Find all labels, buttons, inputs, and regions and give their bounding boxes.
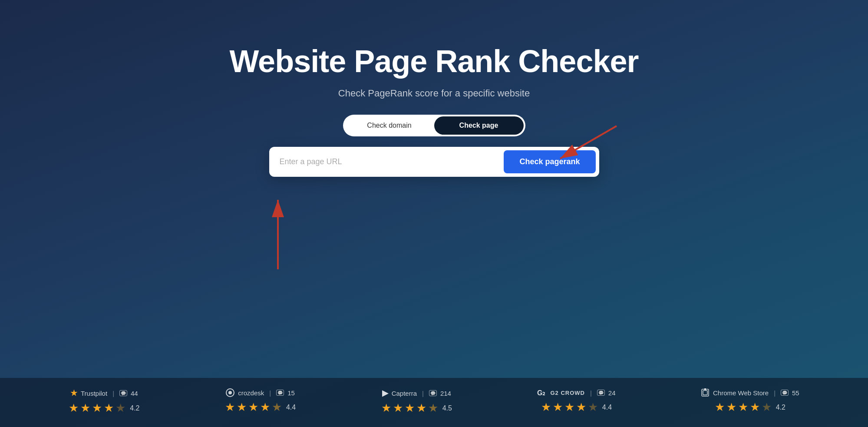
g2crowd-icon: G₂	[537, 388, 547, 397]
comment-icon-g2crowd: 💬	[597, 390, 605, 396]
chrome-stars: ★ ★ ★ ★ ★ 4.2	[715, 401, 785, 414]
trustpilot-label: Trustpilot	[81, 390, 107, 397]
capterra-label: Capterra	[392, 390, 417, 397]
crozdesk-stars: ★ ★ ★ ★ ★ 4.4	[225, 401, 296, 414]
rating-trustpilot: ★ Trustpilot | 💬 44 ★ ★ ★ ★ ★ 4.2	[69, 388, 139, 415]
svg-point-5	[228, 391, 232, 394]
tab-switcher: Check domain Check page	[343, 115, 525, 136]
trustpilot-stars: ★ ★ ★ ★ ★ 4.2	[69, 401, 139, 415]
page-subtitle: Check PageRank score for a specific webs…	[338, 88, 530, 99]
crozdesk-count: 15	[287, 389, 295, 397]
chrome-label: Chrome Web Store	[713, 389, 769, 397]
tab-check-domain[interactable]: Check domain	[345, 116, 434, 135]
search-box: Check pagerank	[269, 147, 599, 177]
trustpilot-icon: ★	[70, 388, 77, 398]
crozdesk-label: crozdesk	[238, 389, 264, 397]
comment-icon-chrome: 💬	[781, 390, 789, 396]
svg-text:G₂: G₂	[537, 389, 545, 397]
g2crowd-count: 24	[608, 389, 616, 397]
rating-chrome: Chrome Web Store | 💬 55 ★ ★ ★ ★ ★ 4.2	[701, 388, 799, 414]
chrome-icon	[701, 388, 710, 397]
capterra-count: 214	[440, 390, 451, 397]
ratings-bar: ★ Trustpilot | 💬 44 ★ ★ ★ ★ ★ 4.2 crozde…	[0, 378, 868, 427]
capterra-stars: ★ ★ ★ ★ ★ 4.5	[381, 401, 452, 415]
rating-capterra: ▶ Capterra | 💬 214 ★ ★ ★ ★ ★ 4.5	[381, 388, 452, 415]
trustpilot-count: 44	[131, 390, 138, 397]
rating-crozdesk: crozdesk | 💬 15 ★ ★ ★ ★ ★ 4.4	[225, 388, 296, 414]
chrome-count: 55	[792, 389, 799, 397]
comment-icon-trustpilot: 💬	[119, 390, 127, 396]
check-pagerank-button[interactable]: Check pagerank	[504, 150, 595, 173]
g2crowd-stars: ★ ★ ★ ★ ★ 4.4	[541, 401, 612, 414]
crozdesk-icon	[226, 388, 234, 397]
g2crowd-label: G2 CROWD	[550, 390, 585, 396]
comment-icon-crozdesk: 💬	[276, 390, 284, 396]
svg-rect-8	[703, 391, 707, 395]
comment-icon-capterra: 💬	[429, 390, 437, 396]
tab-check-page[interactable]: Check page	[434, 116, 524, 135]
svg-rect-9	[704, 388, 706, 390]
rating-g2crowd: G₂ G2 CROWD | 💬 24 ★ ★ ★ ★ ★ 4.4	[537, 388, 615, 414]
url-input[interactable]	[280, 153, 504, 171]
capterra-icon: ▶	[382, 388, 388, 398]
page-title: Website Page Rank Checker	[229, 43, 638, 79]
